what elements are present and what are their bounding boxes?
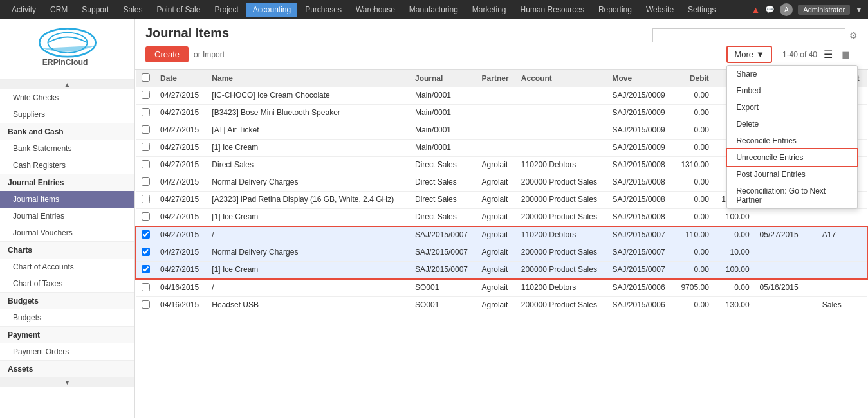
row-checkbox-cell[interactable]	[136, 140, 155, 157]
row-checkbox[interactable]	[142, 143, 150, 151]
row-account: 110200 Debtors	[516, 226, 607, 244]
list-view-icon[interactable]: ☰	[821, 47, 835, 62]
sidebar-item-chart-of-accounts[interactable]: Chart of Accounts	[0, 259, 134, 275]
pagination: 1-40 of 40 ☰ ◼	[777, 44, 858, 64]
nav-item-website[interactable]: Website	[640, 3, 680, 17]
row-partner: Agrolait	[477, 279, 516, 297]
nav-item-purchases[interactable]: Purchases	[299, 3, 348, 17]
avatar[interactable]: A	[780, 3, 793, 16]
sidebar-item-payment-orders[interactable]: Payment Orders	[0, 343, 134, 360]
nav-item-settings[interactable]: Settings	[681, 3, 722, 17]
sidebar-item-write-checks[interactable]: Write Checks	[0, 89, 134, 106]
dropdown-reconciliation-next[interactable]: Reconciliation: Go to Next Partner	[727, 183, 857, 208]
nav-item-project[interactable]: Project	[208, 3, 245, 17]
row-checkbox-cell[interactable]	[136, 209, 155, 227]
row-checkbox[interactable]	[142, 195, 150, 203]
row-statement: A17	[817, 226, 867, 244]
nav-item-marketing[interactable]: Marketing	[466, 3, 513, 17]
more-button[interactable]: More ▼	[726, 46, 772, 63]
row-checkbox[interactable]	[142, 160, 150, 168]
row-name: Headset USB	[207, 297, 410, 314]
search-input[interactable]	[652, 28, 845, 42]
table-row[interactable]: 04/27/2015 / SAJ/2015/0007 Agrolait 1102…	[136, 226, 867, 244]
admin-dropdown-icon[interactable]: ▼	[855, 5, 863, 14]
row-account: 200000 Product Sales	[516, 262, 607, 280]
row-checkbox-cell[interactable]	[136, 279, 155, 297]
nav-item-support[interactable]: Support	[75, 3, 115, 17]
sidebar-scroll-down[interactable]: ▼	[0, 377, 134, 387]
row-checkbox-cell[interactable]	[136, 122, 155, 140]
nav-item-warehouse[interactable]: Warehouse	[349, 3, 402, 17]
row-maturity	[755, 262, 817, 280]
row-checkbox-cell[interactable]	[136, 157, 155, 174]
sidebar-item-cash-registers[interactable]: Cash Registers	[0, 157, 134, 174]
row-checkbox-cell[interactable]	[136, 226, 155, 244]
row-checkbox-cell[interactable]	[136, 105, 155, 122]
row-account: 200000 Product Sales	[516, 174, 607, 192]
sidebar-item-journal-items[interactable]: Journal Items	[0, 191, 134, 208]
select-all-checkbox[interactable]	[142, 73, 150, 82]
admin-button[interactable]: Administrator	[798, 5, 850, 15]
nav-item-manufacturing[interactable]: Manufacturing	[403, 3, 465, 17]
nav-item-reporting[interactable]: Reporting	[592, 3, 638, 17]
row-checkbox[interactable]	[142, 91, 150, 99]
table-row[interactable]: 04/16/2015 / SO001 Agrolait 110200 Debto…	[136, 279, 867, 297]
row-checkbox[interactable]	[142, 177, 150, 186]
nav-item-hr[interactable]: Human Resources	[514, 3, 591, 17]
table-row[interactable]: 04/27/2015 Normal Delivery Charges SAJ/2…	[136, 244, 867, 262]
th-name: Name	[207, 70, 410, 87]
alert-icon[interactable]: ▲	[751, 5, 760, 15]
sidebar-item-journal-vouchers[interactable]: Journal Vouchers	[0, 224, 134, 241]
th-move: Move	[607, 70, 674, 87]
sidebar-item-budgets[interactable]: Budgets	[0, 309, 134, 326]
sidebar-header-charts: Charts	[0, 241, 134, 259]
sidebar-item-chart-of-taxes[interactable]: Chart of Taxes	[0, 275, 134, 292]
row-checkbox-cell[interactable]	[136, 174, 155, 192]
sidebar-item-journal-entries[interactable]: Journal Entries	[0, 208, 134, 224]
table-row[interactable]: 04/16/2015 Headset USB SO001 Agrolait 20…	[136, 297, 867, 314]
row-checkbox[interactable]	[142, 125, 150, 134]
dropdown-delete[interactable]: Delete	[727, 116, 857, 132]
dropdown-export[interactable]: Export	[727, 99, 857, 116]
row-checkbox[interactable]	[142, 212, 150, 221]
row-checkbox[interactable]	[142, 108, 150, 116]
nav-item-sales[interactable]: Sales	[116, 3, 149, 17]
nav-item-pos[interactable]: Point of Sale	[150, 3, 207, 17]
dropdown-unreconcile-entries[interactable]: Unreconcile Entries	[727, 149, 857, 166]
row-checkbox[interactable]	[142, 230, 150, 239]
logo-svg: ERPinCloud	[29, 26, 106, 71]
sidebar-item-bank-statements[interactable]: Bank Statements	[0, 140, 134, 157]
grid-view-icon[interactable]: ◼	[839, 47, 853, 62]
row-partner: Agrolait	[477, 157, 516, 174]
dropdown-embed[interactable]: Embed	[727, 82, 857, 99]
create-button[interactable]: Create	[145, 46, 189, 62]
sidebar-item-suppliers[interactable]: Suppliers	[0, 106, 134, 123]
table-row[interactable]: 04/27/2015 [1] Ice Cream SAJ/2015/0007 A…	[136, 262, 867, 280]
nav-item-activity[interactable]: Activity	[5, 3, 42, 17]
row-partner: Agrolait	[477, 244, 516, 262]
row-checkbox-cell[interactable]	[136, 262, 155, 280]
nav-item-crm[interactable]: CRM	[44, 3, 74, 17]
table-row[interactable]: 04/27/2015 [1] Ice Cream Direct Sales Ag…	[136, 209, 867, 227]
row-checkbox-cell[interactable]	[136, 244, 155, 262]
row-checkbox-cell[interactable]	[136, 297, 155, 314]
row-date: 04/27/2015	[155, 157, 207, 174]
nav-item-accounting[interactable]: Accounting	[246, 3, 297, 17]
row-checkbox-cell[interactable]	[136, 87, 155, 105]
sidebar-header-payment: Payment	[0, 326, 134, 343]
row-journal: SO001	[410, 279, 477, 297]
chat-icon[interactable]: 💬	[765, 5, 775, 14]
row-move: SAJ/2015/0008	[607, 174, 674, 192]
settings-icon[interactable]: ⚙	[849, 30, 858, 41]
row-checkbox[interactable]	[142, 265, 150, 273]
row-checkbox[interactable]	[142, 283, 150, 291]
row-statement	[817, 244, 867, 262]
dropdown-post-journal[interactable]: Post Journal Entries	[727, 166, 857, 183]
row-checkbox[interactable]	[142, 248, 150, 256]
row-journal: Direct Sales	[410, 192, 477, 209]
dropdown-share[interactable]: Share	[727, 66, 857, 82]
row-checkbox[interactable]	[142, 300, 150, 309]
row-checkbox-cell[interactable]	[136, 192, 155, 209]
dropdown-reconcile-entries[interactable]: Reconcile Entries	[727, 132, 857, 149]
sidebar-scroll-up[interactable]: ▲	[0, 80, 134, 89]
